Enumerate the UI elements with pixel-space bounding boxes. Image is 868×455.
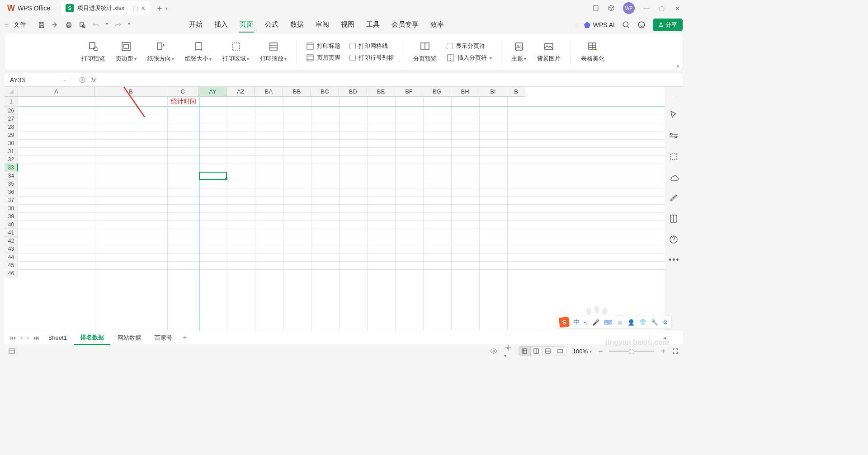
paper-direction-button[interactable]: 纸张方向▾ xyxy=(143,41,179,63)
row-header-34[interactable]: 34 xyxy=(5,172,18,180)
ime-keyboard-icon[interactable]: ⌨ xyxy=(604,319,613,326)
row-header-26[interactable]: 26 xyxy=(5,107,18,115)
formula-input[interactable] xyxy=(101,76,676,84)
page-layout-view-button[interactable] xyxy=(531,347,542,356)
row-header-31[interactable]: 31 xyxy=(5,147,18,155)
ime-toolbox-icon[interactable]: 🔧 xyxy=(651,319,658,326)
spreadsheet-grid[interactable]: A B C AY AZ BA BB BC BD BE BF BG BH BI B… xyxy=(5,87,665,331)
col-header-ay[interactable]: AY xyxy=(199,87,227,97)
col-header-bh[interactable]: BH xyxy=(451,87,479,97)
select-all-corner[interactable] xyxy=(5,87,18,97)
tab-formula[interactable]: 公式 xyxy=(264,18,279,33)
cancel-formula-icon[interactable] xyxy=(79,76,86,84)
ime-toolbar[interactable]: S 中 •, 🎤 ⌨ ☺ 👤 👕 🔧 ⚙ xyxy=(557,316,671,328)
row-header-28[interactable]: 28 xyxy=(5,123,18,131)
hamburger-icon[interactable]: ≡ xyxy=(5,22,8,28)
sheet-tab-baijia[interactable]: 百家号 xyxy=(148,332,179,344)
row-header-45[interactable]: 45 xyxy=(5,261,18,269)
bg-picture-button[interactable]: 背景图片 xyxy=(533,41,565,63)
smiley-icon[interactable] xyxy=(637,21,646,29)
save-as-icon[interactable] xyxy=(52,21,59,28)
print-gridlines-checkbox[interactable]: 打印网格线 xyxy=(349,42,394,50)
ime-user-icon[interactable]: 👤 xyxy=(627,319,635,326)
add-sheet-button[interactable]: ＋ xyxy=(179,333,190,342)
help-tool-icon[interactable] xyxy=(669,235,679,244)
col-header-bf[interactable]: BF xyxy=(395,87,423,97)
page-margin-button[interactable]: 页边距▾ xyxy=(111,41,141,63)
print-row-col-labels-checkbox[interactable]: 打印行号列标 xyxy=(349,54,394,62)
row-header-42[interactable]: 42 xyxy=(5,237,18,245)
col-header-bd[interactable]: BD xyxy=(339,87,367,97)
tab-review[interactable]: 审阅 xyxy=(315,18,330,33)
sheet-prev-icon[interactable]: ‹ xyxy=(19,334,24,341)
zoom-level[interactable]: 100%▾ xyxy=(573,348,592,355)
tab-insert[interactable]: 插入 xyxy=(213,18,229,33)
row-header-35[interactable]: 35 xyxy=(5,180,18,188)
print-preview-button[interactable]: 打印预览 xyxy=(77,41,109,63)
zoom-slider[interactable] xyxy=(609,351,654,352)
col-header-a[interactable]: A xyxy=(18,87,95,97)
row-header-33[interactable]: 33 xyxy=(5,164,18,172)
tab-menu-dropdown-icon[interactable]: ▾ xyxy=(165,6,168,11)
sheet-first-icon[interactable]: ⏮ xyxy=(8,334,18,341)
row-header-44[interactable]: 44 xyxy=(5,253,18,261)
eye-icon[interactable] xyxy=(490,347,498,355)
col-header-bi[interactable]: BI xyxy=(479,87,507,97)
tab-start[interactable]: 开始 xyxy=(188,18,203,33)
sheet-next-icon[interactable]: › xyxy=(25,334,30,341)
row-header-43[interactable]: 43 xyxy=(5,245,18,253)
search-icon[interactable] xyxy=(622,21,630,29)
insert-page-break-button[interactable]: 插入分页符▾ xyxy=(447,54,492,62)
select-tool-icon[interactable] xyxy=(669,110,679,120)
col-header-bg[interactable]: BG xyxy=(423,87,451,97)
undo-icon[interactable] xyxy=(92,21,99,28)
new-tab-button[interactable]: ＋ xyxy=(156,3,164,14)
col-header-be[interactable]: BE xyxy=(367,87,395,97)
tab-options-icon[interactable]: ▢ xyxy=(132,5,138,12)
col-header-bc[interactable]: BC xyxy=(311,87,339,97)
sheet-tab-ranking[interactable]: 排名数据 xyxy=(74,331,110,345)
tab-member[interactable]: 会员专享 xyxy=(391,18,420,33)
ime-skin-icon[interactable]: 👕 xyxy=(639,319,646,326)
device-icon[interactable] xyxy=(592,5,599,12)
row-header-39[interactable]: 39 xyxy=(5,212,18,220)
status-settings-icon[interactable] xyxy=(8,347,15,355)
tab-data[interactable]: 数据 xyxy=(289,18,305,33)
user-avatar[interactable]: WP xyxy=(623,2,635,14)
print-preview-icon[interactable] xyxy=(79,21,86,28)
paper-size-button[interactable]: 纸张大小▾ xyxy=(180,41,216,63)
ime-emoji-icon[interactable]: ☺ xyxy=(617,319,623,326)
cloud-tool-icon[interactable] xyxy=(669,172,679,182)
ime-settings-icon[interactable]: ⚙ xyxy=(663,319,668,326)
tab-close-icon[interactable]: ✕ xyxy=(141,5,146,12)
col-header-az[interactable]: AZ xyxy=(227,87,255,97)
document-tab[interactable]: S 项目进度统计.xlsx ▢ ✕ xyxy=(61,1,150,15)
ime-punct-icon[interactable]: •, xyxy=(584,319,588,326)
collapse-panel-icon[interactable]: — xyxy=(671,92,677,99)
row-header-40[interactable]: 40 xyxy=(5,220,18,229)
minimize-button[interactable]: — xyxy=(643,5,650,12)
undo-dropdown-icon[interactable]: ▾ xyxy=(106,21,108,28)
row-header-29[interactable]: 29 xyxy=(5,131,18,139)
col-header-partial[interactable]: B xyxy=(507,87,525,97)
sheet-tab-website[interactable]: 网站数据 xyxy=(111,332,147,344)
settings-tool-icon[interactable] xyxy=(669,131,679,141)
tab-page[interactable]: 页面 xyxy=(239,18,254,33)
focus-icon[interactable]: ▾ xyxy=(504,344,512,359)
row-header-38[interactable]: 38 xyxy=(5,204,18,212)
maximize-button[interactable]: ▢ xyxy=(658,5,665,12)
sheet-last-icon[interactable]: ⏭ xyxy=(32,334,41,341)
share-button[interactable]: 分享 xyxy=(653,19,683,31)
print-scale-button[interactable]: 打印缩放▾ xyxy=(255,41,291,63)
hscroll-left-icon[interactable]: ◂ xyxy=(661,334,668,341)
col-header-bb[interactable]: BB xyxy=(283,87,311,97)
normal-view-button[interactable] xyxy=(519,347,531,356)
zoom-out-button[interactable]: − xyxy=(598,347,603,356)
wps-ai-button[interactable]: WPS AI xyxy=(584,21,615,28)
book-tool-icon[interactable] xyxy=(669,214,679,224)
page-break-view-button[interactable] xyxy=(542,347,554,356)
save-icon[interactable] xyxy=(38,21,45,28)
tab-tools[interactable]: 工具 xyxy=(365,18,381,33)
row-header-27[interactable]: 27 xyxy=(5,115,18,123)
print-icon[interactable] xyxy=(65,21,72,28)
